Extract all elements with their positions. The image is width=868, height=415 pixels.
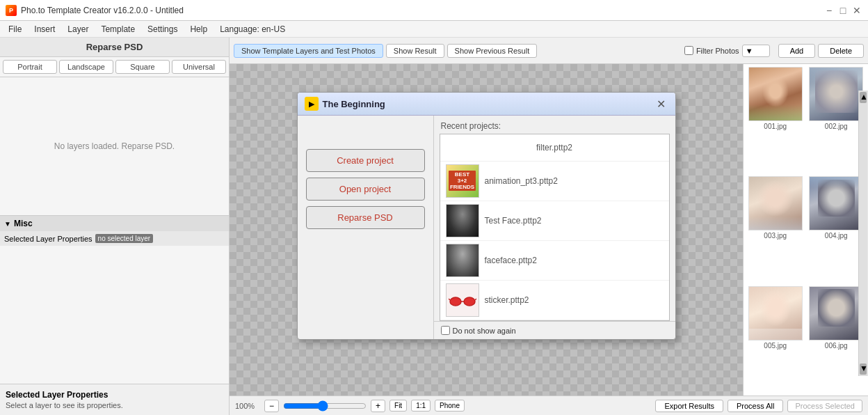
misc-section: ▼ Misc Selected Layer Properties no sele… xyxy=(0,215,229,246)
create-project-button[interactable]: Create project xyxy=(306,149,425,172)
project-thumb xyxy=(446,244,479,277)
modal-actions: Create project Open project Reparse PSD xyxy=(298,116,433,339)
right-content: Show Template Layers and Test Photos Sho… xyxy=(230,38,868,415)
photo-item[interactable]: 004.jpg xyxy=(807,176,866,283)
menu-help[interactable]: Help xyxy=(184,23,213,36)
photo-thumb xyxy=(809,176,863,230)
ratio-button[interactable]: 1:1 xyxy=(411,400,431,412)
svg-point-0 xyxy=(450,297,461,306)
photo-thumb xyxy=(748,67,803,121)
left-panel-header: Reparse PSD xyxy=(0,38,229,57)
bottom-left-properties: Selected Layer Properties Select a layer… xyxy=(0,384,229,415)
modal-icon: ▶ xyxy=(305,97,319,111)
main-layout: Reparse PSD Portrait Landscape Square Un… xyxy=(0,38,868,415)
modal-close-button[interactable]: ✕ xyxy=(654,97,668,111)
open-project-button[interactable]: Open project xyxy=(306,178,425,201)
portrait-button[interactable]: Portrait xyxy=(3,60,57,74)
photo-item[interactable]: 002.jpg xyxy=(807,67,866,173)
title-bar: P Pho.to Template Creator v16.2.0.0 - Un… xyxy=(0,0,868,21)
project-thumb: BEST3+2FRIENDS xyxy=(446,164,479,198)
menu-language[interactable]: Language: en-US xyxy=(214,23,291,36)
filter-checkbox[interactable] xyxy=(684,46,693,55)
selected-layer-label: Selected Layer Properties xyxy=(4,235,93,243)
bottom-toolbar: 100% − + Fit 1:1 Phone Export Results Pr… xyxy=(230,396,868,415)
fit-button[interactable]: Fit xyxy=(389,400,407,412)
show-prev-result-button[interactable]: Show Previous Result xyxy=(447,44,538,58)
photo-filename: 004.jpg xyxy=(825,232,848,240)
main-toolbar: Show Template Layers and Test Photos Sho… xyxy=(230,38,868,64)
phone-button[interactable]: Phone xyxy=(435,400,465,412)
photo-item[interactable]: 003.jpg xyxy=(746,176,805,283)
menu-file[interactable]: File xyxy=(3,23,27,36)
export-results-button[interactable]: Export Results xyxy=(655,400,723,412)
zoom-slider[interactable] xyxy=(283,400,367,412)
orientation-buttons: Portrait Landscape Square Universal xyxy=(0,57,229,77)
list-item[interactable]: Test Face.pttp2 xyxy=(440,201,669,241)
modal-title: The Beginning xyxy=(323,99,650,109)
modal-body: Create project Open project Reparse PSD … xyxy=(298,116,675,339)
project-name: Test Face.pttp2 xyxy=(485,216,542,226)
landscape-button[interactable]: Landscape xyxy=(59,60,113,74)
menu-template[interactable]: Template xyxy=(95,23,140,36)
project-name: animation_pt3.pttp2 xyxy=(485,176,558,186)
recent-projects-list[interactable]: filter.pttp2 BEST3+2FRIENDS animation_pt… xyxy=(440,134,670,321)
photo-item[interactable]: 006.jpg xyxy=(807,286,866,393)
filter-label: Filter Photos xyxy=(696,47,739,55)
modal-overlay: ▶ The Beginning ✕ Create project Open pr… xyxy=(230,64,743,396)
photo-thumb xyxy=(809,67,863,121)
modal-recent: Recent projects: filter.pttp2 xyxy=(433,116,675,339)
modal-footer: Do not show again xyxy=(434,321,675,339)
photo-item[interactable]: 005.jpg xyxy=(746,286,805,393)
do-not-show-checkbox[interactable] xyxy=(441,326,450,335)
menu-settings[interactable]: Settings xyxy=(142,23,183,36)
photo-filename: 003.jpg xyxy=(764,232,787,240)
list-item[interactable]: filter.pttp2 xyxy=(440,134,669,162)
project-name: sticker.pttp2 xyxy=(485,295,529,305)
selected-layer-row: Selected Layer Properties no selected la… xyxy=(0,231,229,246)
bottom-left-title: Selected Layer Properties xyxy=(6,390,223,400)
universal-button[interactable]: Universal xyxy=(172,60,226,74)
modal-header: ▶ The Beginning ✕ xyxy=(298,93,675,116)
svg-line-3 xyxy=(449,299,450,300)
photo-thumb xyxy=(748,176,803,230)
beginning-modal: ▶ The Beginning ✕ Create project Open pr… xyxy=(297,92,676,340)
photo-item[interactable]: 001.jpg xyxy=(746,67,805,173)
list-item[interactable]: faceface.pttp2 xyxy=(440,241,669,281)
square-button[interactable]: Square xyxy=(115,60,170,74)
show-template-button[interactable]: Show Template Layers and Test Photos xyxy=(234,44,383,58)
misc-arrow-icon: ▼ xyxy=(4,220,11,228)
zoom-level: 100% xyxy=(235,402,260,410)
show-result-button[interactable]: Show Result xyxy=(386,44,444,58)
list-item[interactable]: BEST3+2FRIENDS animation_pt3.pttp2 xyxy=(440,162,669,201)
reparse-psd-button[interactable]: Reparse PSD xyxy=(306,206,425,229)
project-thumb xyxy=(446,204,479,237)
minimize-button[interactable]: − xyxy=(823,5,835,16)
photo-filename: 001.jpg xyxy=(764,123,787,130)
close-button[interactable]: ✕ xyxy=(851,5,862,16)
filter-dropdown[interactable]: ▼ xyxy=(742,45,770,57)
zoom-plus-button[interactable]: + xyxy=(371,400,385,412)
maximize-button[interactable]: □ xyxy=(837,5,849,16)
zoom-minus-button[interactable]: − xyxy=(264,400,279,412)
add-delete-area: Add Delete xyxy=(778,44,864,58)
menu-insert[interactable]: Insert xyxy=(29,23,61,36)
misc-header: ▼ Misc xyxy=(0,216,229,231)
content-area: ▶ The Beginning ✕ Create project Open pr… xyxy=(230,64,868,396)
process-all-button[interactable]: Process All xyxy=(728,400,783,412)
delete-button[interactable]: Delete xyxy=(818,44,864,58)
photo-filename: 006.jpg xyxy=(825,342,848,350)
photo-filename: 005.jpg xyxy=(764,342,787,350)
add-button[interactable]: Add xyxy=(778,44,816,58)
left-panel: Reparse PSD Portrait Landscape Square Un… xyxy=(0,38,230,415)
canvas-area[interactable]: ▶ The Beginning ✕ Create project Open pr… xyxy=(230,64,743,396)
list-item[interactable]: sticker.pttp2 xyxy=(440,281,669,320)
photo-scrollbar[interactable]: ▲ ▼ xyxy=(858,91,868,376)
svg-line-4 xyxy=(475,299,476,300)
process-selected-button[interactable]: Process Selected xyxy=(787,400,862,412)
title-bar-left: P Pho.to Template Creator v16.2.0.0 - Un… xyxy=(6,5,184,16)
misc-label: Misc xyxy=(14,219,33,228)
photo-panel: 001.jpg 002.jpg xyxy=(743,64,868,396)
filter-area: Filter Photos ▼ xyxy=(684,45,770,57)
menu-layer[interactable]: Layer xyxy=(62,23,94,36)
project-name: faceface.pttp2 xyxy=(485,256,537,265)
